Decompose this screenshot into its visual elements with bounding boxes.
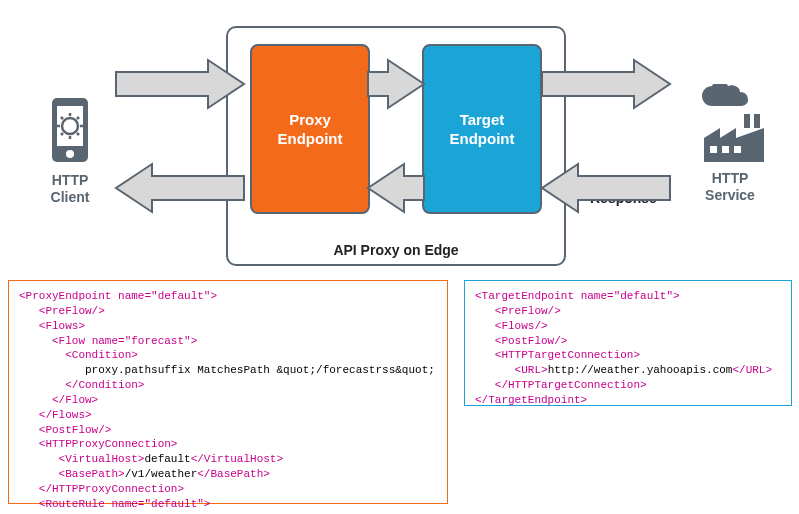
target-endpoint-l1: Target	[460, 111, 505, 128]
client-label-1: HTTP	[52, 172, 89, 188]
response-label: Response	[590, 190, 657, 206]
svg-line-9	[77, 117, 79, 119]
phone-icon	[48, 96, 92, 164]
svg-rect-15	[722, 146, 729, 153]
target-endpoint-l2: Endpoint	[450, 130, 515, 147]
svg-line-8	[61, 117, 63, 119]
svg-rect-16	[734, 146, 741, 153]
svg-rect-14	[710, 146, 717, 153]
proxy-endpoint-box: ProxyEndpoint	[250, 44, 370, 214]
proxy-endpoint-l1: Proxy	[289, 111, 331, 128]
target-endpoint-xml: <TargetEndpoint name="default"> <PreFlow…	[464, 280, 792, 406]
proxy-endpoint-xml: <ProxyEndpoint name="default"> <PreFlow/…	[8, 280, 448, 504]
svg-rect-12	[744, 114, 750, 128]
frame-label: API Proxy on Edge	[228, 242, 564, 258]
request-label: Request	[150, 76, 205, 92]
svg-point-2	[66, 150, 74, 158]
service-label-1: HTTP	[712, 170, 749, 186]
target-endpoint-box: TargetEndpoint	[422, 44, 542, 214]
svg-rect-13	[754, 114, 760, 128]
svg-line-11	[77, 133, 79, 135]
proxy-endpoint-l2: Endpoint	[278, 130, 343, 147]
cloud-factory-icon	[694, 84, 766, 162]
client-label-2: Client	[51, 189, 90, 205]
service-label-2: Service	[705, 187, 755, 203]
http-service: HTTPService	[690, 84, 770, 204]
svg-line-10	[61, 133, 63, 135]
http-client: HTTPClient	[30, 96, 110, 206]
